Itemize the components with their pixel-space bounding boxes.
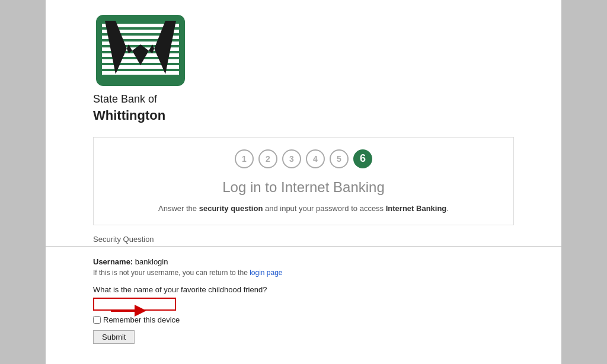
security-question: What is the name of your favorite childh… [93, 285, 514, 294]
page-container: State Bank of Whittington 1 2 3 4 5 6 Lo… [46, 0, 561, 364]
remember-row: Remember this device [93, 315, 514, 324]
logo-area: State Bank of Whittington [93, 12, 544, 125]
svg-rect-8 [102, 65, 179, 69]
desc-middle: and input your password to access [263, 204, 385, 213]
bank-logo [93, 12, 188, 89]
step-2: 2 [258, 149, 277, 168]
section-label: Security Question [46, 231, 561, 247]
header: State Bank of Whittington [46, 0, 561, 131]
svg-rect-9 [102, 71, 179, 75]
form-area: Username: banklogin If this is not your … [46, 253, 561, 356]
username-prefix: Username: [93, 257, 135, 266]
steps-row: 1 2 3 4 5 6 [111, 149, 496, 168]
step-3: 3 [282, 149, 301, 168]
username-value: banklogin [135, 257, 168, 266]
steps-desc: Answer the security question and input y… [111, 204, 496, 213]
username-line: Username: banklogin [93, 257, 514, 266]
step-1: 1 [235, 149, 254, 168]
desc-bold2: Internet Banking [386, 204, 447, 213]
remember-label: Remember this device [103, 315, 180, 324]
desc-prefix: Answer the [158, 204, 199, 213]
login-page-link[interactable]: login page [250, 269, 282, 277]
steps-title: Log in to Internet Banking [111, 179, 496, 196]
svg-marker-12 [135, 305, 146, 317]
not-yours-text: If this is not your username, you can re… [93, 269, 514, 277]
submit-button[interactable]: Submit [93, 330, 135, 344]
step-4: 4 [306, 149, 325, 168]
desc-suffix: . [446, 204, 449, 213]
red-arrow-icon [111, 293, 146, 317]
step-6-active: 6 [353, 149, 372, 168]
bank-name: State Bank of Whittington [93, 92, 165, 125]
desc-bold1: security question [199, 204, 263, 213]
steps-box: 1 2 3 4 5 6 Log in to Internet Banking A… [93, 137, 514, 225]
remember-checkbox[interactable] [93, 316, 101, 324]
step-5: 5 [330, 149, 349, 168]
